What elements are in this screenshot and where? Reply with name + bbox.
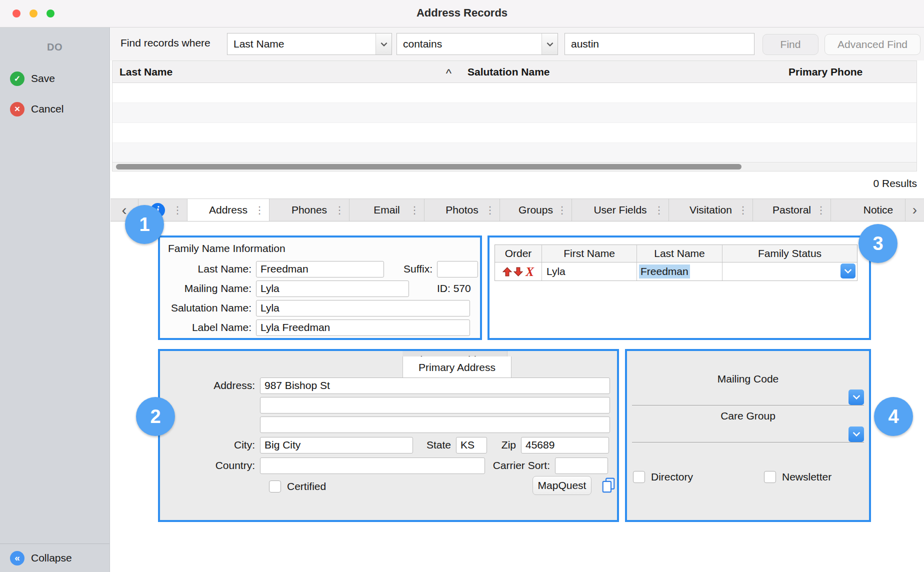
codes-panel: Mailing Code Care Group Directory Newsle…	[625, 349, 871, 522]
salutation-name-input[interactable]	[256, 300, 470, 316]
mailing-code-combo[interactable]	[632, 389, 864, 406]
find-field-value: Last Name	[228, 34, 376, 54]
care-group-dropdown-button[interactable]	[848, 426, 864, 442]
member-row: X Lyla Freedman	[495, 262, 857, 280]
move-up-icon[interactable]	[502, 267, 512, 276]
delete-member-icon[interactable]: X	[526, 266, 534, 278]
members-col-last-name[interactable]: Last Name	[637, 245, 722, 262]
results-count: 0 Results	[873, 178, 917, 190]
results-col-salutation-name[interactable]: Salutation Name	[460, 61, 782, 82]
newsletter-checkbox[interactable]	[764, 471, 776, 483]
members-table-header: Order First Name Last Name Family Status	[495, 245, 857, 262]
collapse-button[interactable]: « Collapse	[0, 544, 110, 572]
tab-menu-dots-icon[interactable]: ⋮	[738, 204, 748, 216]
find-bar: Find records where Last Name contains Fi…	[110, 28, 924, 60]
collapse-label: Collapse	[31, 552, 72, 564]
address-label: Address:	[160, 380, 260, 392]
members-col-family-status[interactable]: Family Status	[722, 245, 857, 262]
tab-menu-dots-icon[interactable]: ⋮	[334, 204, 344, 216]
member-first-name-cell[interactable]: Lyla	[542, 262, 637, 280]
tab-menu-dots-icon[interactable]: ⋮	[557, 204, 567, 216]
find-search-input[interactable]	[564, 33, 754, 55]
address-tabs: Primary Address Alternate Address	[402, 351, 508, 370]
city-label: City:	[160, 439, 260, 451]
find-field-select[interactable]: Last Name	[227, 33, 392, 55]
carrier-sort-input[interactable]	[555, 458, 608, 474]
cancel-button[interactable]: × Cancel	[0, 99, 110, 119]
mailing-name-input[interactable]	[256, 280, 409, 297]
directory-checkbox[interactable]	[633, 471, 645, 483]
chevron-down-icon[interactable]	[542, 34, 558, 54]
address-line1-input[interactable]	[260, 378, 610, 394]
tab-menu-dots-icon[interactable]: ⋮	[816, 204, 826, 216]
save-button[interactable]: ✓ Save	[0, 68, 110, 88]
annotation-marker-3: 3	[858, 224, 898, 263]
address-line2-input[interactable]	[260, 397, 610, 414]
tabs-scroll-right-button[interactable]: ›	[905, 199, 924, 221]
mailing-name-label: Mailing Name:	[160, 282, 256, 294]
sidebar-header: DO	[0, 42, 110, 54]
mapquest-button[interactable]: MapQuest	[532, 476, 592, 495]
results-table: Last Name ^ Salutation Name Primary Phon…	[112, 60, 917, 172]
tab-address[interactable]: Address ⋮	[188, 199, 270, 221]
family-name-information-panel: Family Name Information Last Name: Suffi…	[158, 236, 482, 340]
member-last-name-cell[interactable]: Freedman	[637, 262, 722, 280]
horizontal-scrollbar[interactable]	[112, 162, 916, 171]
family-status-dropdown-button[interactable]	[840, 264, 856, 278]
find-operator-select[interactable]: contains	[396, 33, 558, 55]
tab-email[interactable]: Email ⋮	[350, 199, 424, 221]
selected-text: Freedman	[639, 264, 690, 278]
last-name-input[interactable]	[256, 261, 384, 278]
label-name-label: Label Name:	[160, 322, 256, 334]
tab-menu-dots-icon[interactable]: ⋮	[254, 204, 264, 216]
tab-primary-address[interactable]: Primary Address	[402, 356, 512, 378]
tab-pastoral[interactable]: Pastoral ⋮	[753, 199, 831, 221]
label-name-input[interactable]	[256, 320, 470, 336]
copy-address-icon[interactable]	[601, 477, 616, 496]
tab-user-fields[interactable]: User Fields ⋮	[572, 199, 669, 221]
country-label: Country:	[160, 460, 260, 472]
certified-checkbox[interactable]	[269, 480, 281, 492]
mailing-code-label: Mailing Code	[627, 373, 869, 385]
sort-ascending-icon[interactable]: ^	[446, 66, 452, 80]
family-members-table: Order First Name Last Name Family Status…	[494, 244, 858, 281]
chevron-down-icon[interactable]	[376, 34, 392, 54]
results-col-last-name[interactable]: Last Name ^	[112, 61, 460, 82]
find-button[interactable]: Find	[762, 34, 818, 55]
members-col-order[interactable]: Order	[495, 245, 542, 262]
state-input[interactable]	[456, 437, 487, 454]
carrier-sort-label: Carrier Sort:	[485, 460, 555, 472]
directory-label: Directory	[651, 471, 693, 483]
care-group-combo[interactable]	[632, 426, 864, 442]
tab-menu-dots-icon[interactable]: ⋮	[654, 204, 664, 216]
annotation-marker-1: 1	[125, 205, 164, 244]
window-title: Address Records	[0, 6, 924, 20]
suffix-label: Suffix:	[384, 263, 437, 275]
results-empty-row	[112, 83, 916, 103]
address-records-window: Address Records DO ✓ Save × Cancel « Col…	[0, 0, 924, 572]
collapse-chevrons-icon: «	[10, 551, 24, 566]
tab-menu-dots-icon[interactable]: ⋮	[410, 204, 420, 216]
scrollbar-thumb[interactable]	[116, 164, 742, 170]
suffix-input[interactable]	[437, 261, 478, 278]
tab-menu-dots-icon[interactable]: ⋮	[172, 204, 182, 216]
tab-menu-dots-icon[interactable]: ⋮	[485, 204, 495, 216]
advanced-find-button[interactable]: Advanced Find	[824, 34, 920, 55]
tab-groups[interactable]: Groups ⋮	[500, 199, 572, 221]
member-family-status-cell[interactable]	[722, 262, 857, 280]
move-down-icon[interactable]	[514, 267, 523, 276]
tab-phones[interactable]: Phones ⋮	[270, 199, 350, 221]
last-name-label: Last Name:	[160, 263, 256, 275]
tab-visitation[interactable]: Visitation ⋮	[669, 199, 753, 221]
results-empty-row	[112, 103, 916, 123]
address-line3-input[interactable]	[260, 416, 610, 433]
members-col-first-name[interactable]: First Name	[542, 245, 637, 262]
zip-input[interactable]	[521, 437, 609, 454]
save-label: Save	[31, 72, 55, 84]
tab-photos[interactable]: Photos ⋮	[424, 199, 500, 221]
address-panel: Primary Address Alternate Address Addres…	[158, 349, 619, 522]
results-col-primary-phone[interactable]: Primary Phone	[782, 61, 916, 82]
city-input[interactable]	[260, 437, 413, 454]
mailing-code-dropdown-button[interactable]	[848, 390, 864, 405]
country-input[interactable]	[260, 458, 485, 474]
